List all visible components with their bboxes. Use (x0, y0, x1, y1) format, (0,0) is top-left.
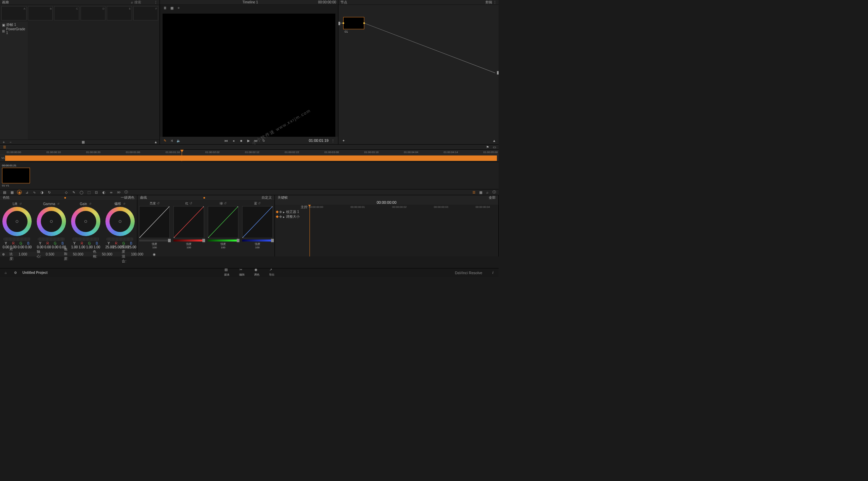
shuffle-icon[interactable]: ⤭ (169, 138, 174, 143)
curve-param-value[interactable]: 100 (186, 246, 191, 249)
video-track[interactable] (5, 155, 497, 161)
remove-icon[interactable]: － (9, 140, 12, 145)
clips-timeline-icon[interactable]: ☰ (2, 145, 7, 149)
intensity-slider[interactable] (242, 239, 273, 242)
keyframe-diamond-icon[interactable] (279, 211, 282, 213)
b-value[interactable]: 1.00 (94, 245, 100, 249)
key-icon[interactable]: ⬚ (86, 190, 91, 195)
info-icon[interactable]: ⓘ (492, 190, 497, 195)
settings-icon[interactable]: ⚙ (13, 270, 18, 275)
curve-param-value[interactable]: 100 (255, 246, 260, 249)
zoom-handle-icon[interactable]: ▲ (154, 140, 157, 144)
gallery-menu-icon[interactable]: ⋮ (154, 0, 157, 4)
gallery-search-input[interactable] (134, 0, 151, 4)
audio-icon[interactable]: 🔈 (176, 138, 181, 143)
wheel-handle[interactable] (84, 220, 87, 223)
y-value[interactable]: 25.00 (105, 245, 112, 249)
intensity-slider[interactable] (139, 239, 170, 242)
keyframe-diamond-icon[interactable] (276, 211, 279, 213)
viewer-menu-icon[interactable]: ⋮ (331, 138, 335, 143)
curve-editor[interactable] (139, 206, 170, 238)
prev-frame-icon[interactable]: ◂ (231, 138, 236, 143)
reset-icon[interactable]: ↺ (89, 202, 91, 205)
color-wheel[interactable] (37, 207, 66, 236)
g-value[interactable]: 0.00 (52, 245, 59, 249)
timeline-ruler[interactable]: V1 01:00:00:0001:00:00:1001:00:00:2001:0… (0, 150, 499, 155)
window-icon[interactable]: ◇ (64, 190, 69, 195)
page-tab-媒体[interactable]: ▤媒体 (224, 268, 230, 277)
reset-icon[interactable]: ↺ (189, 201, 192, 205)
wheels-mode[interactable]: 一级调色 (121, 195, 134, 200)
node-graph[interactable]: 01 (338, 5, 499, 137)
view-mode-icon[interactable]: ▦ (82, 140, 85, 144)
info-icon[interactable]: i (490, 270, 495, 275)
clip-preview[interactable] (2, 168, 30, 183)
r-value[interactable]: 1.00 (79, 245, 85, 249)
curve-editor[interactable] (242, 206, 273, 238)
keyframe-playhead[interactable] (310, 205, 310, 256)
y-value[interactable]: 1.00 (71, 245, 78, 249)
page-tab-导出[interactable]: ↗导出 (269, 268, 274, 277)
link-icon[interactable]: ∞ (109, 190, 114, 195)
still-slot[interactable]: F (133, 6, 158, 20)
g-value[interactable]: 0.00 (17, 245, 24, 249)
reset-icon[interactable]: ↺ (224, 201, 227, 205)
page-tab-调色[interactable]: ◉调色 (254, 268, 260, 277)
y-value[interactable]: 0.00 (2, 245, 9, 249)
keyframes-mode[interactable]: 全部 (489, 195, 496, 200)
intensity-slider[interactable] (173, 239, 204, 242)
clips-view-icon[interactable]: ▭ (492, 145, 497, 149)
expand-icon[interactable]: ▸ (283, 215, 285, 219)
color-node[interactable] (343, 17, 364, 29)
nodes-mode-label[interactable]: 剪辑 (485, 0, 492, 4)
param-value[interactable]: 0.500 (46, 252, 54, 256)
g-value[interactable]: 1.00 (86, 245, 93, 249)
kf-row[interactable]: ▸校正器 1 (275, 210, 309, 214)
color-wheel[interactable] (105, 207, 135, 236)
qualifier-icon[interactable]: ◑ (39, 190, 44, 195)
playhead[interactable] (180, 150, 184, 153)
stereo-icon[interactable]: ◐ (101, 190, 106, 195)
wheel-handle[interactable] (119, 220, 121, 223)
kf-row[interactable]: ▸调整大小 (275, 214, 309, 219)
3d-icon[interactable]: 3D (116, 190, 121, 195)
project-name[interactable]: Untitled Project (22, 271, 48, 275)
still-slot[interactable]: E (107, 6, 132, 20)
viewer-title[interactable]: Timeline 1 (243, 0, 258, 4)
color-match-icon[interactable]: ▦ (10, 190, 14, 195)
color-wheels-icon[interactable]: ◉ (17, 190, 22, 195)
keyframe-diamond-icon[interactable] (276, 215, 279, 218)
still-slot[interactable]: C (54, 6, 79, 20)
still-slot[interactable]: D (81, 6, 106, 20)
grid-view-icon[interactable]: ▦ (169, 5, 174, 10)
sidebar-item-powergrade[interactable]: ⊞ PowerGrade 1 (0, 28, 28, 34)
jog-wheel[interactable] (72, 237, 99, 241)
param-value[interactable]: 50.000 (102, 252, 113, 256)
refresh-icon[interactable]: ↻ (47, 190, 52, 195)
rgb-mixer-icon[interactable]: ⊿ (24, 190, 29, 195)
curve-param-value[interactable]: 100 (152, 246, 157, 249)
keyframe-graph[interactable]: 00:00:00:0000:00:00:0100:00:00:0200:00:0… (309, 205, 498, 256)
jog-wheel[interactable] (38, 237, 65, 241)
camera-raw-icon[interactable]: ▤ (2, 190, 7, 195)
still-slot[interactable]: B (28, 6, 53, 20)
page-tab-编辑[interactable]: ✂编辑 (239, 268, 245, 277)
expand-icon[interactable]: ▸ (283, 210, 285, 214)
data-burn-icon[interactable]: ⓘ (124, 190, 129, 195)
search-icon[interactable]: ⌕ (485, 190, 490, 195)
r-value[interactable]: 25.00 (113, 245, 120, 249)
flag-filter-icon[interactable]: ⚑ (485, 145, 490, 149)
tracker-icon[interactable]: ✎ (71, 190, 76, 195)
keyframe-mode-icon[interactable]: ☰ (471, 190, 476, 195)
curve-param-value[interactable]: 100 (221, 246, 225, 249)
viewer-canvas[interactable]: 小小软件迷 www.xxrjm.com (163, 14, 335, 137)
list-view-icon[interactable]: ≣ (163, 5, 167, 10)
reset-icon[interactable]: ↺ (57, 202, 60, 205)
play-icon[interactable]: ▶ (246, 138, 251, 143)
y-value[interactable]: 0.00 (37, 245, 44, 249)
wheel-handle[interactable] (16, 220, 18, 223)
blur-icon[interactable]: ◯ (79, 190, 84, 195)
nodes-menu-icon[interactable]: ⋮ (493, 0, 497, 4)
clip-thumbnail[interactable]: 00:00:01:21 01 V1 (2, 164, 30, 187)
b-value[interactable]: 25.00 (128, 245, 135, 249)
